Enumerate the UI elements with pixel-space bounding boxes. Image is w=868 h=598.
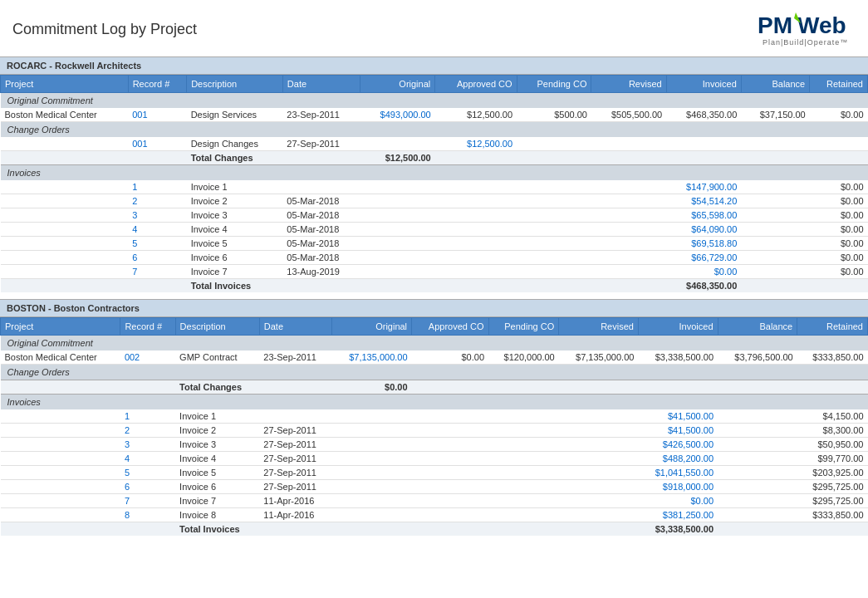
rocarc-orig-original[interactable]: $493,000.00 xyxy=(360,108,435,122)
col-retained: Retained xyxy=(810,76,868,93)
rocarc-inv-invoiced-6[interactable]: $0.00 xyxy=(666,265,741,279)
boston-inv-record-4[interactable]: 5 xyxy=(120,466,175,480)
boston-orig-record[interactable]: 002 xyxy=(120,350,175,365)
boston-invoice-row-0: 1 Invoice 1 $41,500.00 $4,150.00 xyxy=(1,409,868,424)
rocarc-inv-invoiced-1[interactable]: $54,514.20 xyxy=(666,194,741,208)
boston-orig-balance: $3,796,500.00 xyxy=(718,350,797,365)
boston-inv-date-3: 27-Sep-2011 xyxy=(259,452,332,466)
rocarc-inv-date-6: 13-Aug-2019 xyxy=(282,265,360,279)
boston-inv-invoiced-1[interactable]: $41,500.00 xyxy=(638,424,718,438)
pmweb-logo: PM Web Plan|Build|Operate™ xyxy=(756,8,856,50)
rocarc-inv-date-4: 05-Mar-2018 xyxy=(282,237,360,251)
rocarc-total-changes-label: Total Changes xyxy=(187,151,283,165)
rocarc-inv-invoiced-4[interactable]: $69,518.80 xyxy=(666,237,741,251)
boston-table: Project Record # Description Date Origin… xyxy=(0,317,868,536)
rocarc-inv-record-2[interactable]: 3 xyxy=(128,208,186,223)
boston-inv-invoiced-2[interactable]: $426,500.00 xyxy=(638,438,718,452)
rocarc-inv-record-0[interactable]: 1 xyxy=(128,180,186,194)
rocarc-orig-invoiced: $468,350.00 xyxy=(666,108,741,122)
rocarc-inv-record-4[interactable]: 5 xyxy=(128,237,186,251)
rocarc-total-invoices-label: Total Invoices xyxy=(187,279,283,293)
boston-invoice-row-2: 3 Invoice 3 27-Sep-2011 $426,500.00 $50,… xyxy=(1,438,868,452)
col-record-b: Record # xyxy=(120,318,175,336)
boston-inv-invoiced-4[interactable]: $1,041,550.00 xyxy=(638,466,718,480)
rocarc-inv-invoiced-3[interactable]: $64,090.00 xyxy=(666,223,741,237)
rocarc-inv-record-6[interactable]: 7 xyxy=(128,265,186,279)
rocarc-co-record[interactable]: 001 xyxy=(128,137,186,151)
boston-inv-date-1: 27-Sep-2011 xyxy=(259,424,332,438)
rocarc-total-invoices-row: Total Invoices $468,350.00 xyxy=(1,279,868,293)
boston-inv-record-1[interactable]: 2 xyxy=(120,424,175,438)
rocarc-orig-approved-co: $12,500.00 xyxy=(435,108,517,122)
col-retained-b: Retained xyxy=(797,318,868,336)
rocarc-inv-invoiced-2[interactable]: $65,598.00 xyxy=(666,208,741,223)
boston-invoice-row-5: 6 Invoice 6 27-Sep-2011 $918,000.00 $295… xyxy=(1,480,868,494)
boston-inv-invoiced-6[interactable]: $0.00 xyxy=(638,494,718,508)
boston-inv-retained-7: $333,850.00 xyxy=(797,508,868,522)
boston-total-invoices-value: $3,338,500.00 xyxy=(638,522,718,537)
rocarc-co-row-0: 001 Design Changes 27-Sep-2011 $12,500.0… xyxy=(1,137,868,151)
rocarc-invoice-row-3: 4 Invoice 4 05-Mar-2018 $64,090.00 $0.00 xyxy=(1,223,868,237)
rocarc-inv-date-0 xyxy=(282,180,360,194)
logo-area: PM Web Plan|Build|Operate™ xyxy=(756,8,856,50)
rocarc-original-commitment-header: Original Commitment xyxy=(1,93,868,109)
boston-original-row-0: Boston Medical Center 002 GMP Contract 2… xyxy=(1,350,868,365)
rocarc-inv-invoiced-0[interactable]: $147,900.00 xyxy=(666,180,741,194)
page-header: Commitment Log by Project PM Web Plan|Bu… xyxy=(0,0,868,56)
rocarc-inv-desc-6: Invoice 7 xyxy=(187,265,283,279)
col-pending-co: Pending CO xyxy=(517,76,591,93)
boston-inv-invoiced-7[interactable]: $381,250.00 xyxy=(638,508,718,522)
boston-orig-revised: $7,135,000.00 xyxy=(559,350,639,365)
rocarc-inv-record-5[interactable]: 6 xyxy=(128,251,186,265)
rocarc-total-changes-value: $12,500.00 xyxy=(360,151,435,165)
boston-inv-record-3[interactable]: 4 xyxy=(120,452,175,466)
rocarc-co-description: Design Changes xyxy=(187,137,283,151)
boston-inv-invoiced-0[interactable]: $41,500.00 xyxy=(638,409,718,424)
boston-inv-retained-4: $203,925.00 xyxy=(797,466,868,480)
boston-inv-invoiced-3[interactable]: $488,200.00 xyxy=(638,452,718,466)
boston-inv-date-2: 27-Sep-2011 xyxy=(259,438,332,452)
boston-inv-desc-0: Invoice 1 xyxy=(175,409,259,424)
boston-inv-invoiced-5[interactable]: $918,000.00 xyxy=(638,480,718,494)
boston-inv-record-0[interactable]: 1 xyxy=(120,409,175,424)
rocarc-co-pending-co xyxy=(517,137,591,151)
rocarc-inv-retained-1: $0.00 xyxy=(810,194,868,208)
rocarc-inv-desc-0: Invoice 1 xyxy=(187,180,283,194)
col-date-b: Date xyxy=(259,318,332,336)
boston-inv-record-7[interactable]: 8 xyxy=(120,508,175,522)
rocarc-invoice-row-4: 5 Invoice 5 05-Mar-2018 $69,518.80 $0.00 xyxy=(1,237,868,251)
rocarc-inv-desc-3: Invoice 4 xyxy=(187,223,283,237)
rocarc-orig-project: Boston Medical Center xyxy=(1,108,129,122)
boston-orig-original[interactable]: $7,135,000.00 xyxy=(332,350,412,365)
rocarc-orig-retained: $0.00 xyxy=(810,108,868,122)
boston-inv-record-2[interactable]: 3 xyxy=(120,438,175,452)
col-invoiced: Invoiced xyxy=(666,76,741,93)
rocarc-inv-retained-2: $0.00 xyxy=(810,208,868,223)
rocarc-co-project xyxy=(1,137,129,151)
col-original-b: Original xyxy=(332,318,412,336)
col-date: Date xyxy=(282,76,360,93)
boston-inv-desc-3: Invoice 4 xyxy=(175,452,259,466)
boston-inv-record-5[interactable]: 6 xyxy=(120,480,175,494)
col-balance: Balance xyxy=(741,76,809,93)
boston-inv-retained-5: $295,725.00 xyxy=(797,480,868,494)
rocarc-orig-record[interactable]: 001 xyxy=(128,108,186,122)
col-invoiced-b: Invoiced xyxy=(638,318,718,336)
rocarc-inv-invoiced-5[interactable]: $66,729.00 xyxy=(666,251,741,265)
rocarc-co-approved-co[interactable]: $12,500.00 xyxy=(435,137,517,151)
boston-invoice-row-6: 7 Invoice 7 11-Apr-2016 $0.00 $295,725.0… xyxy=(1,494,868,508)
boston-inv-record-6[interactable]: 7 xyxy=(120,494,175,508)
boston-inv-retained-2: $50,950.00 xyxy=(797,438,868,452)
boston-total-invoices-label: Total Invoices xyxy=(175,522,259,537)
boston-inv-retained-0: $4,150.00 xyxy=(797,409,868,424)
rocarc-inv-record-3[interactable]: 4 xyxy=(128,223,186,237)
rocarc-inv-retained-4: $0.00 xyxy=(810,237,868,251)
rocarc-orig-date: 23-Sep-2011 xyxy=(282,108,360,122)
boston-inv-retained-6: $295,725.00 xyxy=(797,494,868,508)
boston-inv-desc-7: Invoice 8 xyxy=(175,508,259,522)
rocarc-inv-record-1[interactable]: 2 xyxy=(128,194,186,208)
rocarc-inv-retained-6: $0.00 xyxy=(810,265,868,279)
section-boston: BOSTON - Boston Contractors Project Reco… xyxy=(0,299,868,536)
col-project: Project xyxy=(1,76,129,93)
svg-text:Web: Web xyxy=(797,12,846,38)
